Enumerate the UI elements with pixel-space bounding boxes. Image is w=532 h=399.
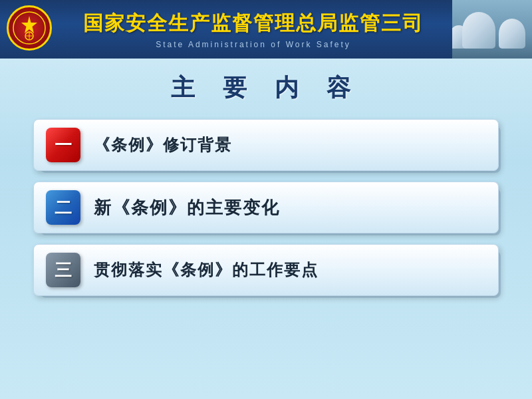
header-image xyxy=(452,0,532,59)
tank-2 xyxy=(499,19,525,49)
menu-item-2[interactable]: 二 新《条例》的主要变化 xyxy=(33,182,499,233)
page-title: 主 要 内 容 xyxy=(33,72,499,104)
badge-2: 二 xyxy=(46,190,80,225)
logo-emblem xyxy=(7,5,52,51)
badge-3: 三 xyxy=(46,253,80,287)
emblem-svg xyxy=(12,11,47,45)
main-content: 主 要 内 容 一 《条例》修订背景 二 新《条例》的主要变化 三 贯彻落实《条… xyxy=(0,59,532,320)
header: 国家安全生产监督管理总局监管三司 State Administration of… xyxy=(0,0,532,59)
tank-scene xyxy=(452,0,532,59)
tank-1 xyxy=(462,12,495,49)
svg-marker-1 xyxy=(21,16,37,33)
header-title-en: State Administration of Work Safety xyxy=(156,40,351,49)
logo-area xyxy=(7,5,55,53)
badge-1: 一 xyxy=(46,128,80,162)
menu-item-1[interactable]: 一 《条例》修订背景 xyxy=(33,119,499,171)
menu-item-3[interactable]: 三 贯彻落实《条例》的工作要点 xyxy=(33,244,499,296)
header-text-area: 国家安全生产监督管理总局监管三司 State Administration of… xyxy=(55,10,452,49)
header-title-cn: 国家安全生产监督管理总局监管三司 xyxy=(83,10,424,37)
menu-text-2: 新《条例》的主要变化 xyxy=(94,196,280,219)
menu-text-3: 贯彻落实《条例》的工作要点 xyxy=(94,259,319,281)
menu-text-1: 《条例》修订背景 xyxy=(94,134,232,156)
